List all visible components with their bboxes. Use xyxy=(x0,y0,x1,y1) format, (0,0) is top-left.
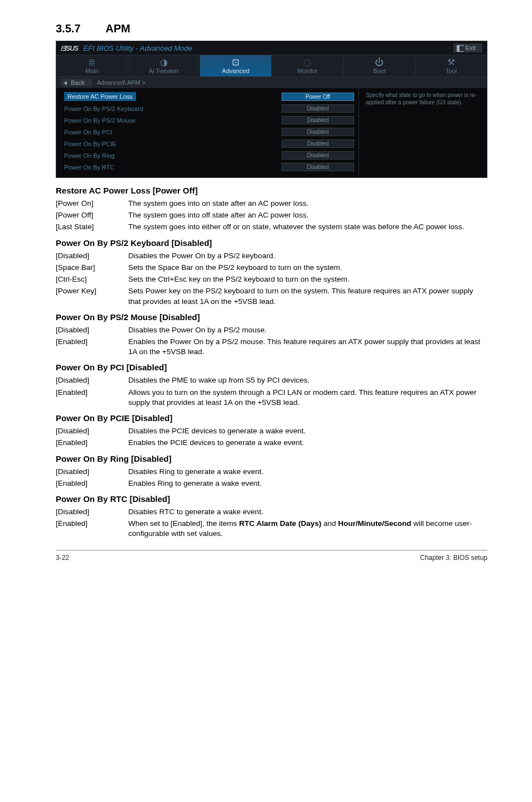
nav-monitor[interactable]: ◌ Monitor xyxy=(272,55,344,76)
nav-boot[interactable]: ⏻ Boot xyxy=(344,55,415,76)
bios-row-ps2-keyboard[interactable]: Power On By PS/2 Keyboard Disabled xyxy=(64,103,354,114)
nav-ai-tweaker[interactable]: ◑ Ai Tweaker xyxy=(128,55,200,76)
subsection-heading: Power On By Ring [Disabled] xyxy=(56,454,487,463)
bios-help-text: Specify what state to go to when power i… xyxy=(359,88,487,177)
option-description: Disables the Power On by a PS/2 keyboard… xyxy=(128,251,487,261)
nav-label: Boot xyxy=(373,67,386,74)
monitor-icon: ◌ xyxy=(272,59,343,66)
nav-advanced[interactable]: ⊡ Advanced xyxy=(200,55,272,76)
bios-row-label: Power On By PCI xyxy=(64,129,112,136)
bios-row-label: Power On By PS/2 Keyboard xyxy=(64,105,143,112)
bios-topbar: /ƎSUS EFI BIOS Utility - Advanced Mode E… xyxy=(56,41,487,55)
option-key: [Ctrl-Esc] xyxy=(56,274,128,284)
option-key: [Last State] xyxy=(56,222,128,232)
subsection-heading: Restore AC Power Loss [Power Off] xyxy=(56,186,487,195)
bios-row-rtc[interactable]: Power On By RTC Disabled xyxy=(64,161,354,173)
option-table: [Disabled]Disables the Power On by a PS/… xyxy=(56,325,487,357)
option-key: [Disabled] xyxy=(56,426,128,436)
subsection-heading: Power On By PCIE [Disabled] xyxy=(56,413,487,423)
bios-row-value[interactable]: Disabled xyxy=(282,116,354,124)
option-key: [Power On] xyxy=(56,199,128,209)
option-key: [Power Key] xyxy=(56,286,128,306)
option-description: Sets the Ctrl+Esc key on the PS/2 keyboa… xyxy=(128,274,487,284)
option-table: [Disabled]Disables RTC to generate a wak… xyxy=(56,507,487,539)
bios-row-ps2-mouse[interactable]: Power On By PS/2 Mouse Disabled xyxy=(64,114,354,126)
option-description: The system goes into on state after an A… xyxy=(128,199,487,209)
option-description: Disables Ring to generate a wake event. xyxy=(128,467,487,477)
nav-label: Main xyxy=(85,67,99,74)
nav-tool[interactable]: ⚒ Tool xyxy=(415,55,487,76)
option-key: [Enabled] xyxy=(56,479,128,489)
option-table: [Power On]The system goes into on state … xyxy=(56,199,487,233)
bios-row-pci[interactable]: Power On By PCI Disabled xyxy=(64,126,354,138)
bios-title: EFI BIOS Utility - Advanced Mode xyxy=(83,44,192,52)
bios-nav: ≣ Main ◑ Ai Tweaker ⊡ Advanced ◌ Monitor… xyxy=(56,55,487,77)
option-description: Enables the Power On by a PS/2 mouse. Th… xyxy=(128,337,487,357)
breadcrumb-path: Advanced\ APM > xyxy=(96,79,146,86)
exit-button[interactable]: Exit xyxy=(453,44,482,52)
bios-brand-logo: /ƎSUS xyxy=(61,45,78,52)
option-key: [Enabled] xyxy=(56,519,128,539)
nav-label: Tool xyxy=(446,67,457,74)
bios-row-value[interactable]: Disabled xyxy=(282,128,354,136)
bios-breadcrumb: Back Advanced\ APM > xyxy=(56,77,487,88)
page-footer: 3-22 Chapter 3: BIOS setup xyxy=(56,550,487,562)
section-heading: 3.5.7 APM xyxy=(56,22,487,35)
option-description: Enables Ring to generate a wake event. xyxy=(128,479,487,489)
nav-label: Advanced xyxy=(222,67,249,74)
option-description: Sets the Space Bar on the PS/2 keyboard … xyxy=(128,263,487,273)
option-key: [Space Bar] xyxy=(56,263,128,273)
option-key: [Enabled] xyxy=(56,388,128,408)
bios-screenshot: /ƎSUS EFI BIOS Utility - Advanced Mode E… xyxy=(56,41,487,178)
section-title: APM xyxy=(105,22,130,35)
option-description: The system goes into off state after an … xyxy=(128,210,487,220)
list-icon: ≣ xyxy=(56,59,128,66)
bios-row-label: Power On By PS/2 Mouse xyxy=(64,117,136,124)
nav-label: Monitor xyxy=(297,67,318,74)
option-description: The system goes into either off or on st… xyxy=(128,222,487,232)
bios-row-value[interactable]: Power Off xyxy=(282,93,354,101)
option-key: [Enabled] xyxy=(56,438,128,448)
option-key: [Power Off] xyxy=(56,210,128,220)
section-number: 3.5.7 xyxy=(56,22,80,35)
bios-row-value[interactable]: Disabled xyxy=(282,139,354,148)
page-number: 3-22 xyxy=(56,554,69,562)
option-key: [Disabled] xyxy=(56,251,128,261)
option-description: Disables the Power On by a PS/2 mouse. xyxy=(128,325,487,335)
option-key: [Enabled] xyxy=(56,337,128,357)
bios-row-label: Power On By RTC xyxy=(64,164,114,171)
option-description: Sets Power key on the PS/2 keyboard to t… xyxy=(128,286,487,306)
subsection-heading: Power On By PS/2 Keyboard [Disabled] xyxy=(56,238,487,248)
subsection-heading: Power On By PCI [Disabled] xyxy=(56,363,487,372)
subsection-heading: Power On By PS/2 Mouse [Disabled] xyxy=(56,312,487,322)
option-description: Disables the PCIE devices to generate a … xyxy=(128,426,487,436)
bios-row-value[interactable]: Disabled xyxy=(282,151,354,160)
option-description: When set to [Enabled], the items RTC Ala… xyxy=(128,519,487,539)
nav-label: Ai Tweaker xyxy=(149,67,179,74)
bios-row-value[interactable]: Disabled xyxy=(282,104,354,113)
option-key: [Disabled] xyxy=(56,375,128,385)
power-icon: ⏻ xyxy=(344,59,415,66)
bios-row-label: Restore AC Power Loss xyxy=(64,92,136,101)
option-description: Disables RTC to generate a wake event. xyxy=(128,507,487,517)
nav-main[interactable]: ≣ Main xyxy=(56,55,128,76)
option-table: [Disabled]Disables the Power On by a PS/… xyxy=(56,251,487,307)
option-key: [Disabled] xyxy=(56,507,128,517)
bios-row-label: Power On By PCIE xyxy=(64,141,117,147)
option-table: [Disabled]Disables Ring to generate a wa… xyxy=(56,467,487,489)
bios-row-value[interactable]: Disabled xyxy=(282,163,354,171)
back-button[interactable]: Back xyxy=(61,79,92,86)
option-description: Enables the PCIE devices to generate a w… xyxy=(128,438,487,448)
footer-chapter-label: Chapter 3: BIOS setup xyxy=(420,554,487,562)
bios-row-restore-ac[interactable]: Restore AC Power Loss Power Off xyxy=(64,90,354,103)
bios-row-label: Power On By Ring xyxy=(64,152,114,159)
option-description: Allows you to turn on the system through… xyxy=(128,388,487,408)
tool-icon: ⚒ xyxy=(415,59,487,66)
option-table: [Disabled]Disables the PME to wake up fr… xyxy=(56,375,487,408)
option-description: Disables the PME to wake up from S5 by P… xyxy=(128,375,487,385)
bios-row-pcie[interactable]: Power On By PCIE Disabled xyxy=(64,138,354,149)
subsection-heading: Power On By RTC [Disabled] xyxy=(56,494,487,504)
option-table: [Disabled]Disables the PCIE devices to g… xyxy=(56,426,487,448)
option-key: [Disabled] xyxy=(56,467,128,477)
bios-row-ring[interactable]: Power On By Ring Disabled xyxy=(64,149,354,161)
